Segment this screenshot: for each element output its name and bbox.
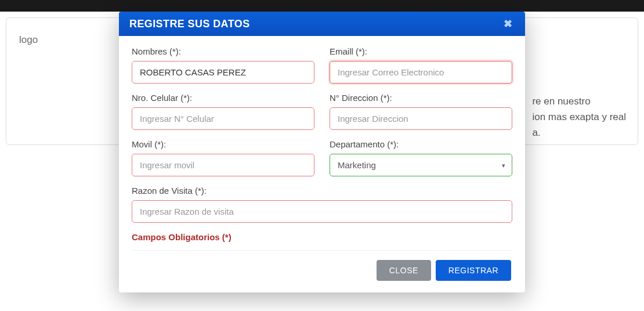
close-button[interactable]: CLOSE [377,260,431,281]
nombres-label: Nombres (*): [132,46,314,56]
required-fields-note: Campos Obligatorios (*) [132,232,512,242]
departamento-label: Departamento (*): [330,139,512,149]
departamento-select[interactable]: Marketing [330,154,512,176]
celular-input[interactable] [132,107,314,130]
register-button[interactable]: REGISTRAR [436,260,511,281]
close-icon[interactable]: ✖ [501,17,515,30]
modal-footer: CLOSE REGISTRAR [132,260,512,281]
razon-label: Razon de Visita (*): [132,186,512,196]
modal-title: REGISTRE SUS DATOS [129,18,250,30]
modal-overlay: REGISTRE SUS DATOS ✖ Nombres (*): Emaill… [0,0,644,311]
celular-label: Nro. Celular (*): [132,93,314,103]
direccion-label: N° Direccion (*): [330,93,512,103]
nombres-input[interactable] [132,61,314,84]
movil-label: Movil (*): [132,139,314,149]
modal-header: REGISTRE SUS DATOS ✖ [119,12,525,36]
razon-input[interactable] [132,200,512,223]
divider [132,250,512,251]
email-label: Emaill (*): [330,46,512,56]
email-input[interactable] [330,61,512,84]
register-modal: REGISTRE SUS DATOS ✖ Nombres (*): Emaill… [119,12,525,292]
movil-input[interactable] [132,154,314,176]
direccion-input[interactable] [330,107,512,130]
modal-body: Nombres (*): Emaill (*): Nro. Celular (*… [119,36,525,292]
